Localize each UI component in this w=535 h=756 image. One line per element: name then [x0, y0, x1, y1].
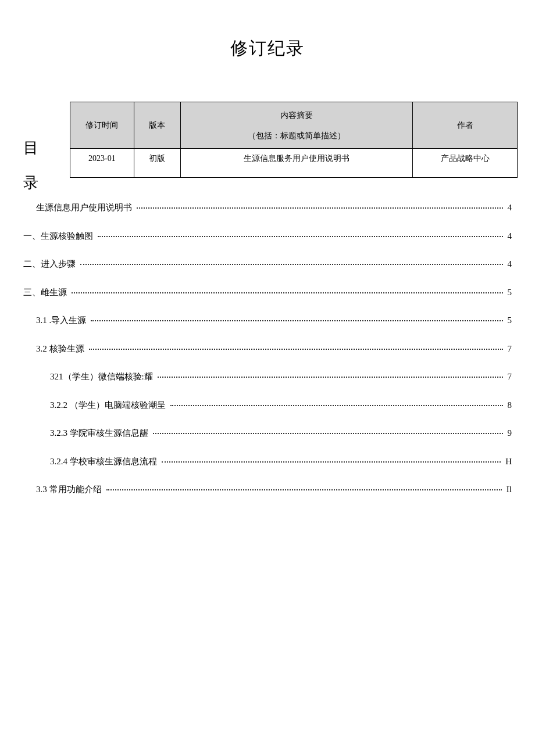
toc-entry-label: 3.2.4 学校审核生源信息流程	[50, 455, 159, 468]
toc-entry: 3.3 常用功能介绍Il	[23, 483, 512, 496]
table-row: 2023-01 初版 生源信息服务用户使用说明书 产品战略中心	[70, 149, 518, 178]
td-version: 初版	[134, 149, 180, 178]
toc-heading-char: 录	[23, 166, 38, 200]
revision-history-table: 修订时间 版本 内容摘要 （包括：标题或简单描述） 作者 2023-01 初版 …	[70, 102, 518, 178]
page-title: 修订纪录	[23, 35, 512, 61]
toc-entry-label: 3.3 常用功能介绍	[36, 483, 104, 496]
toc-heading-char: 目	[23, 131, 38, 166]
table-header-row: 修订时间 版本 内容摘要 （包括：标题或简单描述） 作者	[70, 102, 518, 149]
toc-leader-dots	[158, 377, 503, 378]
th-summary-line2: （包括：标题或简单描述）	[248, 130, 345, 142]
toc-entry-page: 7	[505, 370, 512, 384]
toc-entry-label: 321（学生）微信端核验:耀	[50, 370, 155, 384]
toc-entry-page: 4	[505, 230, 512, 243]
table-of-contents: 生源信息用户使用说明书4一、生源核验触图4二、进入步骤4三、雌生源53.1 .导…	[23, 201, 512, 496]
toc-entry: 生源信息用户使用说明书4	[23, 201, 512, 214]
toc-entry-page: H	[503, 455, 512, 468]
td-summary: 生源信息服务用户使用说明书	[180, 149, 412, 178]
toc-entry: 一、生源核验触图4	[23, 230, 512, 243]
toc-leader-dots	[91, 320, 502, 321]
th-summary-line1: 内容摘要	[280, 109, 313, 121]
toc-entry: 三、雌生源5	[23, 286, 512, 299]
toc-entry: 3.2.2 （学生）电脑端核验潮呈8	[23, 399, 512, 412]
toc-leader-dots	[170, 405, 503, 406]
toc-leader-dots	[98, 236, 503, 237]
toc-entry-page: 9	[505, 427, 512, 440]
toc-leader-dots	[106, 489, 502, 490]
toc-leader-dots	[153, 433, 503, 434]
td-revision-time: 2023-01	[70, 149, 134, 178]
th-summary: 内容摘要 （包括：标题或简单描述）	[180, 102, 412, 149]
th-revision-time: 修订时间	[70, 102, 134, 149]
toc-entry-page: Il	[504, 483, 512, 496]
toc-entry-label: 3.2.2 （学生）电脑端核验潮呈	[50, 399, 168, 412]
toc-entry-page: 5	[505, 286, 512, 299]
toc-entry-page: 4	[505, 257, 512, 271]
toc-leader-dots	[72, 292, 503, 293]
toc-leader-dots	[137, 207, 503, 209]
toc-heading-vertical: 目 录	[23, 131, 38, 200]
toc-entry-label: 3.2.3 学院审核生源信息龌	[50, 427, 151, 440]
toc-entry: 3.2.3 学院审核生源信息龌9	[23, 427, 512, 440]
toc-entry-label: 3.1 .导入生源	[36, 314, 88, 327]
th-author: 作者	[413, 102, 518, 149]
toc-entry: 3.2.4 学校审核生源信息流程H	[23, 455, 512, 468]
toc-entry-page: 8	[505, 399, 512, 412]
toc-entry: 321（学生）微信端核验:耀7	[23, 370, 512, 384]
toc-entry: 3.1 .导入生源5	[23, 314, 512, 327]
toc-leader-dots	[162, 461, 501, 463]
toc-entry-label: 三、雌生源	[23, 286, 69, 299]
toc-entry-label: 一、生源核验触图	[23, 230, 95, 243]
toc-entry-page: 4	[505, 201, 512, 214]
toc-entry: 二、进入步骤4	[23, 257, 512, 271]
toc-entry-page: 7	[505, 342, 512, 356]
toc-leader-dots	[80, 264, 503, 265]
toc-entry-label: 二、进入步骤	[23, 257, 78, 271]
th-version: 版本	[134, 102, 180, 149]
toc-entry-label: 生源信息用户使用说明书	[36, 201, 134, 214]
toc-entry-page: 5	[505, 314, 512, 327]
toc-entry-label: 3.2 核验生源	[36, 342, 87, 356]
td-author: 产品战略中心	[413, 149, 518, 178]
toc-entry: 3.2 核验生源7	[23, 342, 512, 356]
toc-leader-dots	[89, 349, 503, 350]
